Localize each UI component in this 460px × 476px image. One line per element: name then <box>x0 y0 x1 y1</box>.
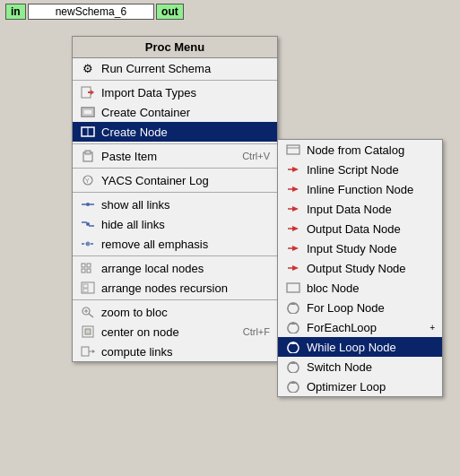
separator-1 <box>73 80 277 81</box>
svg-rect-38 <box>287 283 299 292</box>
svg-marker-36 <box>292 246 299 251</box>
submenu-item-output-data[interactable]: Output Data Node <box>278 219 442 238</box>
submenu-item-input-study[interactable]: Input Study Node <box>278 238 442 258</box>
menu-paste-label: Paste Item <box>101 150 157 163</box>
submenu-input-study-label: Input Study Node <box>307 242 396 255</box>
submenu-while-loop-label: While Loop Node <box>307 341 396 354</box>
menu-hide-links-label: hide all links <box>101 218 165 231</box>
submenu-item-bloc[interactable]: bloc Node <box>278 278 442 298</box>
submenu-inline-func-label: Inline Function Node <box>307 183 413 196</box>
menu-container-label: Create Container <box>101 106 190 119</box>
separator-4 <box>73 192 277 193</box>
svg-marker-29 <box>92 350 95 353</box>
center-icon <box>80 325 96 339</box>
schema-out-label: out <box>156 4 184 20</box>
menu-item-remove-emphasis[interactable]: remove all emphasis <box>73 234 277 254</box>
submenu-bloc-label: bloc Node <box>307 281 360 295</box>
svg-rect-15 <box>87 264 91 267</box>
submenu-item-optimizer[interactable]: Optimizer Loop <box>278 376 442 396</box>
submenu-item-output-study[interactable]: Output Study Node <box>278 258 442 278</box>
svg-rect-30 <box>287 145 299 154</box>
submenu-create-node: Node from Catalog Inline Script Node Inl… <box>277 139 443 397</box>
submenu-input-data-label: Input Data Node <box>307 203 392 216</box>
menu-arrange-recursive-label: arrange nodes recursion <box>101 281 228 295</box>
svg-line-22 <box>89 314 93 317</box>
submenu-item-switch[interactable]: Switch Node <box>278 357 442 376</box>
svg-marker-2 <box>91 90 94 95</box>
menu-item-paste[interactable]: Paste Item Ctrl+V <box>73 146 277 166</box>
svg-marker-35 <box>292 226 299 231</box>
menu-create-node-label: Create Node <box>101 125 168 139</box>
bloc-icon <box>285 281 301 295</box>
schema-bar: in newSchema_6 out <box>0 0 460 23</box>
svg-rect-20 <box>83 289 88 292</box>
submenu-item-catalog[interactable]: Node from Catalog <box>278 140 442 160</box>
menu-item-arrange-recursive[interactable]: arrange nodes recursion <box>73 278 277 298</box>
svg-rect-8 <box>85 151 91 154</box>
inline-script-icon <box>285 162 301 177</box>
svg-marker-37 <box>292 265 299 271</box>
menu-center-label: center on node <box>101 325 179 339</box>
svg-marker-33 <box>292 186 299 192</box>
submenu-for-loop-label: For Loop Node <box>307 301 385 315</box>
switch-icon <box>285 359 301 374</box>
svg-marker-34 <box>292 206 299 212</box>
submenu-output-study-label: Output Study Node <box>307 262 406 275</box>
menu-item-container[interactable]: Create Container <box>73 102 277 122</box>
remove-emphasis-icon <box>80 237 96 251</box>
menu-item-run[interactable]: ⚙ Run Current Schema <box>73 58 277 78</box>
menu-arrange-local-label: arrange local nodes <box>101 262 204 275</box>
svg-rect-27 <box>82 347 89 356</box>
proc-menu: Proc Menu ⚙ Run Current Schema Import Da… <box>72 36 278 362</box>
schema-name: newSchema_6 <box>28 4 154 20</box>
submenu-for-each-label: ForEachLoop <box>307 321 377 334</box>
import-icon <box>80 85 96 100</box>
menu-compute-label: compute links <box>101 345 172 359</box>
submenu-item-for-each[interactable]: ForEachLoop + <box>278 317 442 337</box>
menu-item-arrange-local[interactable]: arrange local nodes <box>73 258 277 278</box>
proc-menu-title: Proc Menu <box>73 37 277 58</box>
compute-icon <box>80 344 96 359</box>
svg-rect-26 <box>85 329 91 334</box>
menu-item-show-links[interactable]: show all links <box>73 195 277 214</box>
arrange-local-icon <box>80 261 96 275</box>
svg-rect-14 <box>82 264 85 267</box>
menu-item-import[interactable]: Import Data Types <box>73 82 277 102</box>
submenu-catalog-label: Node from Catalog <box>307 143 404 157</box>
menu-item-yacs[interactable]: Y YACS Container Log <box>73 170 277 190</box>
menu-zoom-label: zoom to bloc <box>101 306 168 319</box>
optimizer-icon <box>285 379 301 394</box>
schema-in-label: in <box>5 4 26 20</box>
arrange-recursive-icon <box>80 281 96 295</box>
submenu-item-inline-func[interactable]: Inline Function Node <box>278 179 442 199</box>
svg-rect-17 <box>87 269 91 273</box>
separator-3 <box>73 168 277 169</box>
submenu-item-for-loop[interactable]: For Loop Node <box>278 298 442 317</box>
submenu-item-inline-script[interactable]: Inline Script Node <box>278 160 442 179</box>
catalog-icon <box>285 143 301 157</box>
for-loop-icon <box>285 300 301 315</box>
menu-item-zoom[interactable]: zoom to bloc <box>73 302 277 322</box>
svg-text:Y: Y <box>85 177 90 184</box>
menu-show-links-label: show all links <box>101 198 170 212</box>
submenu-inline-script-label: Inline Script Node <box>307 163 399 177</box>
menu-item-hide-links[interactable]: hide all links <box>73 214 277 234</box>
svg-point-12 <box>86 222 90 226</box>
svg-rect-19 <box>83 284 88 288</box>
menu-item-compute[interactable]: compute links <box>73 342 277 361</box>
node-icon <box>80 125 96 139</box>
show-links-icon <box>80 197 96 212</box>
for-each-icon <box>285 320 301 334</box>
submenu-item-input-data[interactable]: Input Data Node <box>278 199 442 219</box>
center-shortcut: Ctrl+F <box>243 326 270 337</box>
svg-rect-4 <box>83 109 92 115</box>
menu-item-center[interactable]: center on node Ctrl+F <box>73 322 277 342</box>
submenu-switch-label: Switch Node <box>307 360 372 374</box>
svg-marker-32 <box>292 167 299 172</box>
inline-func-icon <box>285 182 301 196</box>
for-each-arrow: + <box>430 323 435 333</box>
container-icon <box>80 105 96 119</box>
submenu-item-while-loop[interactable]: While Loop Node <box>278 337 442 357</box>
menu-remove-emphasis-label: remove all emphasis <box>101 238 208 251</box>
menu-item-create-node[interactable]: Create Node <box>73 122 277 142</box>
